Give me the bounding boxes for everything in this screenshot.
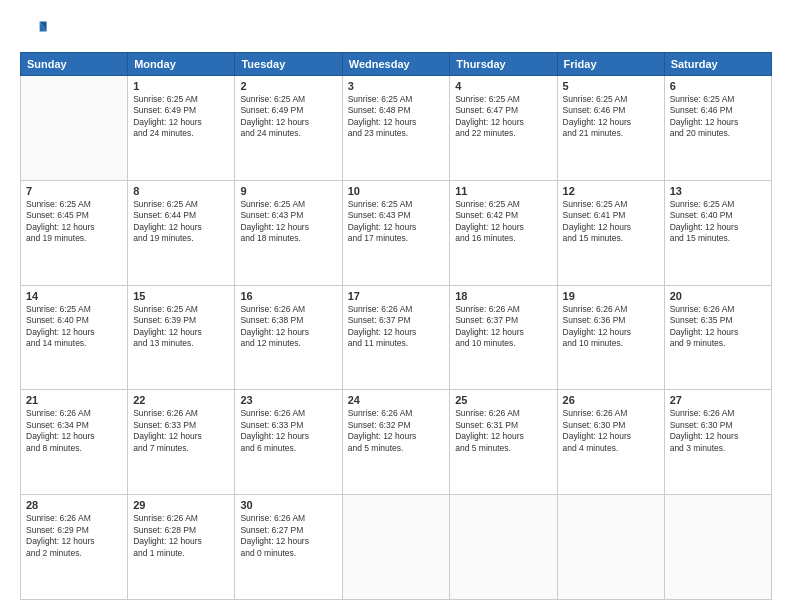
day-number: 20 xyxy=(670,290,766,302)
day-number: 7 xyxy=(26,185,122,197)
day-info: Sunrise: 6:25 AMSunset: 6:46 PMDaylight:… xyxy=(670,94,766,140)
week-row-5: 28Sunrise: 6:26 AMSunset: 6:29 PMDayligh… xyxy=(21,495,772,600)
day-number: 30 xyxy=(240,499,336,511)
header xyxy=(20,16,772,44)
calendar-cell: 19Sunrise: 6:26 AMSunset: 6:36 PMDayligh… xyxy=(557,285,664,390)
weekday-friday: Friday xyxy=(557,53,664,76)
calendar-cell: 27Sunrise: 6:26 AMSunset: 6:30 PMDayligh… xyxy=(664,390,771,495)
calendar-cell: 28Sunrise: 6:26 AMSunset: 6:29 PMDayligh… xyxy=(21,495,128,600)
day-info: Sunrise: 6:26 AMSunset: 6:28 PMDaylight:… xyxy=(133,513,229,559)
day-number: 13 xyxy=(670,185,766,197)
calendar-body: 1Sunrise: 6:25 AMSunset: 6:49 PMDaylight… xyxy=(21,76,772,600)
day-number: 15 xyxy=(133,290,229,302)
day-info: Sunrise: 6:25 AMSunset: 6:49 PMDaylight:… xyxy=(133,94,229,140)
day-number: 24 xyxy=(348,394,445,406)
weekday-header-row: SundayMondayTuesdayWednesdayThursdayFrid… xyxy=(21,53,772,76)
day-number: 27 xyxy=(670,394,766,406)
day-info: Sunrise: 6:25 AMSunset: 6:45 PMDaylight:… xyxy=(26,199,122,245)
calendar-cell: 29Sunrise: 6:26 AMSunset: 6:28 PMDayligh… xyxy=(128,495,235,600)
calendar-cell: 26Sunrise: 6:26 AMSunset: 6:30 PMDayligh… xyxy=(557,390,664,495)
day-info: Sunrise: 6:26 AMSunset: 6:29 PMDaylight:… xyxy=(26,513,122,559)
day-info: Sunrise: 6:25 AMSunset: 6:43 PMDaylight:… xyxy=(348,199,445,245)
day-number: 1 xyxy=(133,80,229,92)
day-info: Sunrise: 6:26 AMSunset: 6:36 PMDaylight:… xyxy=(563,304,659,350)
day-info: Sunrise: 6:26 AMSunset: 6:34 PMDaylight:… xyxy=(26,408,122,454)
day-info: Sunrise: 6:25 AMSunset: 6:49 PMDaylight:… xyxy=(240,94,336,140)
calendar-cell xyxy=(450,495,557,600)
day-info: Sunrise: 6:25 AMSunset: 6:46 PMDaylight:… xyxy=(563,94,659,140)
weekday-wednesday: Wednesday xyxy=(342,53,450,76)
day-number: 14 xyxy=(26,290,122,302)
day-info: Sunrise: 6:26 AMSunset: 6:33 PMDaylight:… xyxy=(133,408,229,454)
day-info: Sunrise: 6:26 AMSunset: 6:32 PMDaylight:… xyxy=(348,408,445,454)
day-info: Sunrise: 6:25 AMSunset: 6:44 PMDaylight:… xyxy=(133,199,229,245)
calendar-cell xyxy=(21,76,128,181)
calendar-cell: 3Sunrise: 6:25 AMSunset: 6:48 PMDaylight… xyxy=(342,76,450,181)
day-number: 22 xyxy=(133,394,229,406)
day-info: Sunrise: 6:25 AMSunset: 6:40 PMDaylight:… xyxy=(26,304,122,350)
calendar-header: SundayMondayTuesdayWednesdayThursdayFrid… xyxy=(21,53,772,76)
day-number: 28 xyxy=(26,499,122,511)
calendar-cell: 13Sunrise: 6:25 AMSunset: 6:40 PMDayligh… xyxy=(664,180,771,285)
day-number: 8 xyxy=(133,185,229,197)
day-number: 2 xyxy=(240,80,336,92)
week-row-4: 21Sunrise: 6:26 AMSunset: 6:34 PMDayligh… xyxy=(21,390,772,495)
calendar-cell: 25Sunrise: 6:26 AMSunset: 6:31 PMDayligh… xyxy=(450,390,557,495)
day-number: 11 xyxy=(455,185,551,197)
calendar-cell: 1Sunrise: 6:25 AMSunset: 6:49 PMDaylight… xyxy=(128,76,235,181)
day-info: Sunrise: 6:25 AMSunset: 6:43 PMDaylight:… xyxy=(240,199,336,245)
calendar-cell xyxy=(557,495,664,600)
day-number: 5 xyxy=(563,80,659,92)
calendar-cell: 12Sunrise: 6:25 AMSunset: 6:41 PMDayligh… xyxy=(557,180,664,285)
day-number: 18 xyxy=(455,290,551,302)
weekday-saturday: Saturday xyxy=(664,53,771,76)
day-number: 9 xyxy=(240,185,336,197)
calendar-cell: 7Sunrise: 6:25 AMSunset: 6:45 PMDaylight… xyxy=(21,180,128,285)
calendar-cell: 2Sunrise: 6:25 AMSunset: 6:49 PMDaylight… xyxy=(235,76,342,181)
day-info: Sunrise: 6:26 AMSunset: 6:31 PMDaylight:… xyxy=(455,408,551,454)
calendar-cell: 6Sunrise: 6:25 AMSunset: 6:46 PMDaylight… xyxy=(664,76,771,181)
day-number: 29 xyxy=(133,499,229,511)
day-number: 17 xyxy=(348,290,445,302)
calendar-cell: 30Sunrise: 6:26 AMSunset: 6:27 PMDayligh… xyxy=(235,495,342,600)
day-info: Sunrise: 6:26 AMSunset: 6:27 PMDaylight:… xyxy=(240,513,336,559)
calendar-cell: 20Sunrise: 6:26 AMSunset: 6:35 PMDayligh… xyxy=(664,285,771,390)
calendar-cell: 15Sunrise: 6:25 AMSunset: 6:39 PMDayligh… xyxy=(128,285,235,390)
calendar-cell: 18Sunrise: 6:26 AMSunset: 6:37 PMDayligh… xyxy=(450,285,557,390)
day-info: Sunrise: 6:26 AMSunset: 6:37 PMDaylight:… xyxy=(348,304,445,350)
day-number: 4 xyxy=(455,80,551,92)
calendar-cell xyxy=(342,495,450,600)
weekday-monday: Monday xyxy=(128,53,235,76)
day-number: 3 xyxy=(348,80,445,92)
day-number: 19 xyxy=(563,290,659,302)
day-info: Sunrise: 6:26 AMSunset: 6:37 PMDaylight:… xyxy=(455,304,551,350)
calendar-cell: 21Sunrise: 6:26 AMSunset: 6:34 PMDayligh… xyxy=(21,390,128,495)
calendar-cell: 16Sunrise: 6:26 AMSunset: 6:38 PMDayligh… xyxy=(235,285,342,390)
day-info: Sunrise: 6:26 AMSunset: 6:33 PMDaylight:… xyxy=(240,408,336,454)
day-info: Sunrise: 6:26 AMSunset: 6:38 PMDaylight:… xyxy=(240,304,336,350)
logo-icon xyxy=(20,16,48,44)
week-row-2: 7Sunrise: 6:25 AMSunset: 6:45 PMDaylight… xyxy=(21,180,772,285)
week-row-1: 1Sunrise: 6:25 AMSunset: 6:49 PMDaylight… xyxy=(21,76,772,181)
day-info: Sunrise: 6:25 AMSunset: 6:48 PMDaylight:… xyxy=(348,94,445,140)
day-number: 26 xyxy=(563,394,659,406)
day-number: 25 xyxy=(455,394,551,406)
day-info: Sunrise: 6:25 AMSunset: 6:39 PMDaylight:… xyxy=(133,304,229,350)
calendar-cell: 17Sunrise: 6:26 AMSunset: 6:37 PMDayligh… xyxy=(342,285,450,390)
weekday-thursday: Thursday xyxy=(450,53,557,76)
day-number: 10 xyxy=(348,185,445,197)
day-number: 21 xyxy=(26,394,122,406)
page: SundayMondayTuesdayWednesdayThursdayFrid… xyxy=(0,0,792,612)
day-info: Sunrise: 6:25 AMSunset: 6:47 PMDaylight:… xyxy=(455,94,551,140)
day-info: Sunrise: 6:26 AMSunset: 6:30 PMDaylight:… xyxy=(563,408,659,454)
calendar-cell: 4Sunrise: 6:25 AMSunset: 6:47 PMDaylight… xyxy=(450,76,557,181)
calendar-cell: 8Sunrise: 6:25 AMSunset: 6:44 PMDaylight… xyxy=(128,180,235,285)
day-info: Sunrise: 6:25 AMSunset: 6:42 PMDaylight:… xyxy=(455,199,551,245)
day-info: Sunrise: 6:26 AMSunset: 6:30 PMDaylight:… xyxy=(670,408,766,454)
calendar-cell: 10Sunrise: 6:25 AMSunset: 6:43 PMDayligh… xyxy=(342,180,450,285)
day-number: 12 xyxy=(563,185,659,197)
weekday-tuesday: Tuesday xyxy=(235,53,342,76)
day-info: Sunrise: 6:26 AMSunset: 6:35 PMDaylight:… xyxy=(670,304,766,350)
calendar-cell: 14Sunrise: 6:25 AMSunset: 6:40 PMDayligh… xyxy=(21,285,128,390)
calendar-cell: 24Sunrise: 6:26 AMSunset: 6:32 PMDayligh… xyxy=(342,390,450,495)
